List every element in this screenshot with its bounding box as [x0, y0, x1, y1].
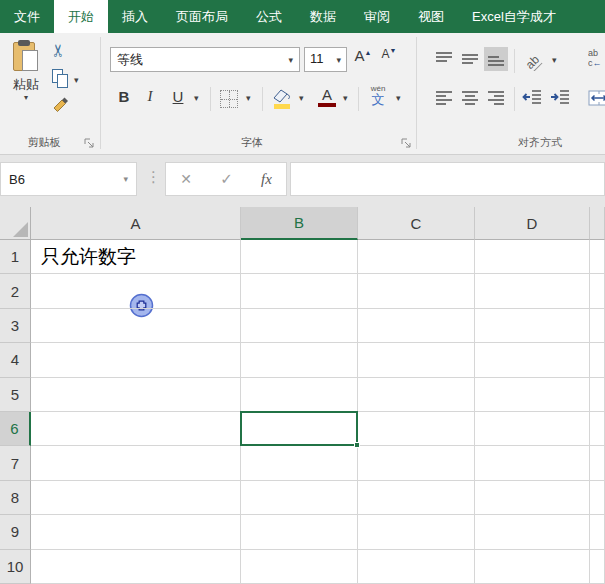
underline-dropdown-icon[interactable]: ▾	[194, 93, 199, 103]
gridline	[31, 342, 605, 343]
copy-icon[interactable]	[52, 69, 70, 89]
ribbon-tab-label: 视图	[418, 8, 444, 26]
gridline	[31, 480, 605, 481]
merge-center-button[interactable]	[588, 90, 605, 110]
copy-dropdown-icon[interactable]: ▾	[74, 75, 79, 85]
ribbon-tab[interactable]: 视图	[404, 0, 458, 33]
align-right-button[interactable]	[484, 85, 508, 109]
paste-label: 粘贴	[13, 76, 39, 94]
increase-font-size-button[interactable]: A▲	[351, 47, 375, 64]
column-header[interactable]: C	[358, 207, 475, 240]
column-header[interactable]	[590, 207, 605, 240]
row-header[interactable]: 4	[0, 343, 31, 377]
cut-icon[interactable]: ✂	[48, 43, 69, 57]
name-box-value: B6	[9, 172, 25, 187]
clipboard-paste-icon	[13, 40, 39, 73]
select-all-button[interactable]	[0, 207, 31, 240]
font-group-label: 字体	[222, 135, 282, 150]
column-headers: ABCD	[31, 207, 605, 240]
font-dialog-launcher-icon[interactable]	[401, 138, 412, 149]
name-box[interactable]: B6 ▾	[0, 162, 137, 196]
orientation-dropdown-icon[interactable]: ▾	[552, 55, 557, 65]
ribbon-tab[interactable]: 文件	[0, 0, 54, 33]
ribbon-tab-label: 文件	[14, 8, 40, 26]
cells-area[interactable]: 只允许数字	[31, 240, 605, 584]
decrease-font-size-button[interactable]: A▼	[377, 47, 401, 61]
align-top-button[interactable]	[432, 47, 456, 71]
fill-color-button[interactable]	[272, 88, 296, 114]
row-header[interactable]: 10	[0, 550, 31, 584]
column-header[interactable]: D	[475, 207, 590, 240]
orientation-button[interactable]: ab	[522, 49, 548, 71]
ribbon-tab[interactable]: 插入	[108, 0, 162, 33]
formula-bar-row: B6 ▾ ⋮ ✕ ✓ fx	[0, 155, 605, 207]
gridline	[31, 377, 605, 378]
ribbon-tab[interactable]: Excel自学成才	[458, 0, 570, 33]
row-header[interactable]: 8	[0, 481, 31, 515]
align-center-button[interactable]	[458, 85, 482, 109]
cell-A1[interactable]: 只允许数字	[41, 240, 136, 274]
gridline	[31, 514, 605, 515]
ribbon-tab-bar: 文件开始插入页面布局公式数据审阅视图Excel自学成才	[0, 0, 605, 33]
paste-button[interactable]: 粘贴 ▾	[5, 37, 47, 123]
row-header[interactable]: 3	[0, 309, 31, 343]
ribbon-tab[interactable]: 审阅	[350, 0, 404, 33]
ribbon-tab[interactable]: 开始	[54, 0, 108, 33]
font-size-select[interactable]: 11 ▾	[304, 47, 347, 72]
row-header[interactable]: 2	[0, 274, 31, 308]
formula-bar-buttons: ✕ ✓ fx	[165, 162, 287, 196]
phonetic-guide-button[interactable]: wén 文	[366, 85, 390, 106]
clipboard-dialog-launcher-icon[interactable]	[84, 138, 95, 149]
name-box-dropdown-icon[interactable]: ▾	[123, 174, 128, 184]
select-all-triangle-icon	[13, 222, 28, 237]
italic-button[interactable]: I	[142, 88, 158, 105]
column-header[interactable]: A	[31, 207, 241, 240]
format-painter-icon[interactable]	[51, 95, 70, 118]
gridline	[31, 308, 605, 309]
ribbon-tab-label: 插入	[122, 8, 148, 26]
worksheet: ABCD 1234567891011 只允许数字	[0, 207, 605, 584]
ribbon-tab[interactable]: 页面布局	[162, 0, 242, 33]
font-name-select[interactable]: 等线 ▾	[110, 47, 300, 72]
wrap-text-button[interactable]: ab c←	[588, 49, 605, 69]
decrease-indent-button[interactable]	[520, 85, 544, 109]
bold-button[interactable]: B	[114, 88, 134, 105]
fill-color-dropdown-icon[interactable]: ▾	[299, 93, 304, 103]
row-header[interactable]: 9	[0, 515, 31, 549]
ribbon-tab[interactable]: 公式	[242, 0, 296, 33]
font-size-dropdown-icon: ▾	[336, 55, 341, 65]
formula-bar-grip-icon[interactable]: ⋮	[146, 168, 161, 186]
formula-input[interactable]	[290, 162, 605, 196]
row-header[interactable]: 6	[0, 412, 31, 446]
font-size-value: 11	[310, 51, 324, 68]
font-color-button[interactable]: A	[316, 87, 338, 107]
column-header[interactable]: B	[241, 207, 358, 240]
gridline	[474, 240, 475, 584]
ribbon-tab-label: 开始	[68, 8, 94, 26]
phonetic-dropdown-icon[interactable]: ▾	[396, 93, 401, 103]
borders-button[interactable]	[220, 90, 238, 108]
borders-dropdown-icon[interactable]: ▾	[246, 93, 251, 103]
row-header[interactable]: 7	[0, 446, 31, 480]
cancel-icon[interactable]: ✕	[180, 171, 192, 187]
ribbon-tab-label: Excel自学成才	[472, 8, 556, 26]
row-headers: 1234567891011	[0, 240, 31, 584]
enter-icon[interactable]: ✓	[220, 170, 233, 188]
row-header[interactable]: 5	[0, 378, 31, 412]
underline-button[interactable]: U	[168, 88, 188, 105]
font-color-swatch	[318, 103, 336, 107]
row-header[interactable]: 1	[0, 240, 31, 274]
insert-function-icon[interactable]: fx	[261, 171, 272, 188]
paste-dropdown-icon[interactable]: ▾	[24, 94, 28, 102]
alignment-group-label: 对齐方式	[505, 135, 575, 150]
fill-handle[interactable]	[354, 442, 360, 448]
align-middle-button[interactable]	[458, 47, 482, 71]
font-color-dropdown-icon[interactable]: ▾	[343, 93, 348, 103]
selected-cell-outline[interactable]	[240, 411, 358, 446]
align-bottom-button[interactable]	[484, 47, 508, 71]
increase-indent-button[interactable]	[548, 85, 572, 109]
ribbon-tab[interactable]: 数据	[296, 0, 350, 33]
ribbon-tab-label: 页面布局	[176, 8, 228, 26]
font-name-value: 等线	[117, 51, 143, 68]
align-left-button[interactable]	[432, 85, 456, 109]
